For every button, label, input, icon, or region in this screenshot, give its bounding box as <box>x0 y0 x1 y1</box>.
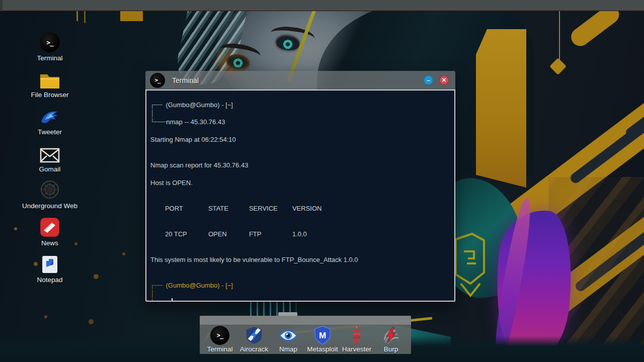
terminal-window: >_ Terminal − ✕ ┌──(Gumbo@Gumbo) - [~] │… <box>145 71 455 302</box>
terminal-output[interactable]: ┌──(Gumbo@Gumbo) - [~] │ └───nmap -- 45.… <box>145 89 455 302</box>
notepad-icon <box>41 255 58 274</box>
shield-lightning-icon <box>245 326 263 345</box>
dock-items: >_ Terminal Airocrack Nmap <box>200 326 411 354</box>
dock-item-label: Burp <box>384 345 398 353</box>
dock-item-terminal[interactable]: >_ Terminal <box>204 326 236 354</box>
newspaper-icon <box>40 217 60 237</box>
terminal-icon: >_ <box>150 73 165 88</box>
text-cursor <box>172 298 173 302</box>
desktop-icon-label: Notepad <box>37 276 62 284</box>
terminal-line: This system is most likely to be vulnera… <box>150 255 449 264</box>
window-title: Terminal <box>172 76 199 84</box>
dock-item-nmap[interactable]: Nmap <box>272 326 304 354</box>
desktop-icon-label: File Browser <box>31 91 68 99</box>
close-button[interactable]: ✕ <box>439 75 449 85</box>
bird-icon <box>40 108 60 126</box>
top-bar <box>0 0 644 11</box>
desktop-icon-label: Gomail <box>39 165 61 173</box>
terminal-prompt-line: ┌──(Gumbo@Gumbo) - [~] <box>150 281 449 290</box>
desktop-icon-gomail[interactable]: Gomail <box>19 142 81 173</box>
desktop-icon-news[interactable]: News <box>19 216 81 247</box>
dock-item-label: Airocrack <box>240 345 268 353</box>
dock-item-label: Terminal <box>207 345 232 353</box>
eye-icon <box>279 329 298 342</box>
desktop-icon-file-browser[interactable]: File Browser <box>19 68 81 99</box>
terminal-icon: >_ <box>210 326 229 345</box>
terminal-titlebar[interactable]: >_ Terminal − ✕ <box>145 71 455 89</box>
dock-item-harvester[interactable]: Harvester <box>341 326 373 354</box>
dock: >_ Terminal Airocrack Nmap <box>200 316 411 354</box>
dock-item-label: Metasploit <box>307 345 338 353</box>
scan-table-row: 20 TCPOPENFTP1.0.0 <box>150 221 449 247</box>
folder-icon <box>39 72 60 89</box>
dark-web-emblem-icon <box>39 179 60 200</box>
desktop-icon-label: Terminal <box>37 54 62 62</box>
dock-item-label: Harvester <box>342 345 372 353</box>
terminal-prompt-line: └──── <box>150 298 449 302</box>
desktop-icon-label: Underground Web <box>22 202 77 210</box>
dock-top-strip <box>200 316 411 325</box>
dock-item-airocrack[interactable]: Airocrack <box>238 326 270 354</box>
terminal-command-line: └───nmap -- 45.30.76.43 <box>150 118 449 126</box>
scan-table-header: PORTSTATESERVICEVERSION <box>150 196 449 221</box>
dock-handle[interactable] <box>278 312 297 316</box>
terminal-prompt-line: │ <box>150 290 449 298</box>
shield-m-icon: M <box>313 326 332 345</box>
desktop-icon-label: Tweeter <box>38 128 62 136</box>
terminal-icon: >_ <box>40 32 60 52</box>
burp-flash-icon <box>381 326 400 345</box>
dock-item-label: Nmap <box>279 345 297 353</box>
dock-item-burp[interactable]: Burp <box>375 326 407 354</box>
desktop: >_ Terminal File Browser Tweeter Gomail <box>0 0 644 362</box>
desktop-icon-label: News <box>41 239 58 247</box>
terminal-line: Starting Nmap at 06:22:54:10 <box>150 135 449 144</box>
envelope-icon <box>39 147 60 163</box>
desktop-icon-terminal[interactable]: >_ Terminal <box>19 31 81 62</box>
terminal-line: Host is OPEN. <box>150 178 449 187</box>
minimize-button[interactable]: − <box>424 75 433 85</box>
terminal-prompt-line: ┌──(Gumbo@Gumbo) - [~] <box>150 101 449 109</box>
wheat-icon <box>350 326 363 345</box>
terminal-prompt-line: │ <box>150 109 449 118</box>
desktop-icon-tweeter[interactable]: Tweeter <box>19 105 81 136</box>
desktop-icon-notepad[interactable]: Notepad <box>19 253 81 284</box>
terminal-line: Nmap scan report for 45.30.76.43 <box>150 161 449 169</box>
dock-item-metasploit[interactable]: M Metasploit <box>306 326 339 354</box>
top-bar-edge <box>0 0 3 11</box>
desktop-icon-underground-web[interactable]: Underground Web <box>19 179 81 210</box>
svg-text:M: M <box>319 331 326 340</box>
